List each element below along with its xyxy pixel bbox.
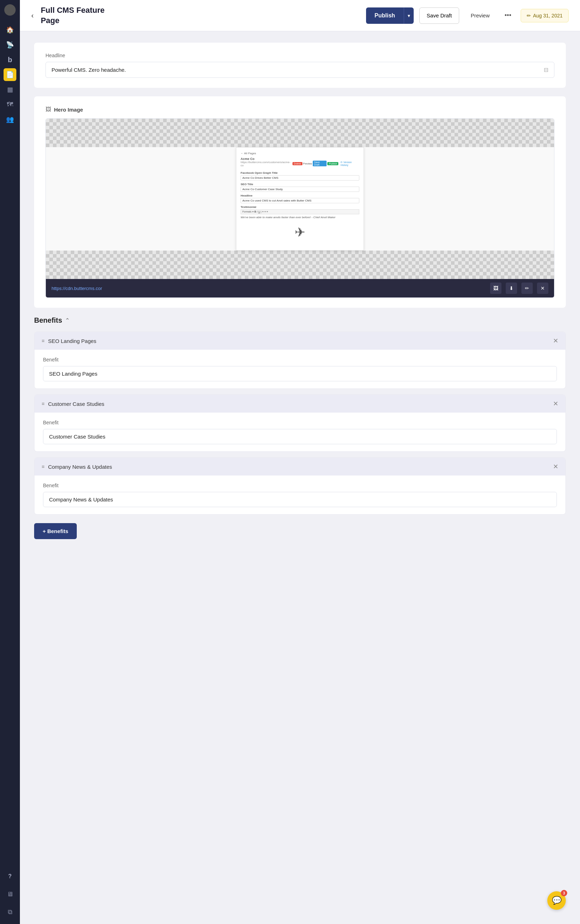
sidebar-icon-b[interactable]: b [3, 53, 16, 66]
hero-image-label: Hero Image [54, 107, 83, 113]
delete-tag: Delete [292, 162, 302, 165]
hero-image-header: 🖼 Hero Image [46, 106, 554, 113]
headline-card: Headline Powerful CMS. Zero headache. ⊟ [34, 43, 566, 88]
preview-url: https://buttercms.com/customers/acme-co [241, 161, 292, 167]
sidebar-icon-home[interactable]: 🏠 [3, 23, 16, 36]
og-title-field: Facebook Open Graph Title Acme Co Drives… [241, 171, 359, 181]
benefits-header: Benefits ⌃ [34, 316, 566, 324]
benefit-item-3-close[interactable]: ✕ [553, 463, 558, 471]
pencil-icon: ✏ [527, 13, 531, 18]
sidebar-icon-display[interactable]: 🖥 [3, 888, 16, 901]
image-remove-button[interactable]: ✕ [537, 283, 549, 294]
avatar[interactable] [4, 4, 16, 16]
main-content: ‹ Full CMS Feature Page Publish ▾ Save D… [20, 0, 580, 924]
benefit-item-3-header: ≡ Company News & Updates ✕ [35, 458, 565, 476]
date-button[interactable]: ✏ Aug 31, 2021 [521, 9, 568, 22]
benefit-item-2-title: Customer Case Studies [48, 401, 549, 407]
benefit-item-3: ≡ Company News & Updates ✕ Benefit [34, 457, 566, 515]
benefits-toggle-icon[interactable]: ⌃ [65, 317, 70, 324]
hero-image-card: 🖼 Hero Image ← All Pages Acme Co [34, 96, 566, 308]
checkerboard-bottom [46, 250, 554, 279]
more-options-button[interactable]: ••• [501, 7, 515, 23]
image-gallery-button[interactable]: 🖼 [490, 283, 501, 294]
benefit-item-2-label: Benefit [43, 420, 557, 425]
drag-handle-icon: ≡ [41, 401, 44, 407]
all-pages-link: ← All Pages [241, 152, 256, 155]
sidebar-icon-pages[interactable]: 📄 [3, 68, 16, 81]
checkerboard-top [46, 119, 554, 147]
preview-page-title: Acme Co [241, 157, 292, 161]
image-icon: 🖼 [46, 106, 51, 113]
benefit-item-2-input[interactable] [43, 429, 557, 444]
save-draft-tag: Save Draft [313, 161, 327, 166]
benefit-item-2-header: ≡ Customer Case Studies ✕ [35, 395, 565, 413]
date-label: Aug 31, 2021 [533, 13, 563, 18]
image-preview: ← All Pages Acme Co https://buttercms.co… [46, 147, 554, 250]
topbar: ‹ Full CMS Feature Page Publish ▾ Save D… [20, 0, 580, 31]
rich-text-icon: ⊟ [544, 66, 549, 73]
drag-handle-icon: ≡ [41, 338, 44, 344]
drag-handle-icon: ≡ [41, 464, 44, 469]
headline-input[interactable]: Powerful CMS. Zero headache. ⊟ [46, 62, 554, 78]
headline-label: Headline [46, 53, 554, 58]
benefit-item-1-close[interactable]: ✕ [553, 337, 558, 345]
benefit-item-1: ≡ SEO Landing Pages ✕ Benefit [34, 331, 566, 389]
publish-tag: Publish [327, 162, 338, 165]
sidebar-icon-layers[interactable]: ⧉ [3, 906, 16, 918]
benefits-section: Benefits ⌃ ≡ SEO Landing Pages ✕ Benefit… [34, 316, 566, 539]
benefit-item-3-title: Company News & Updates [48, 464, 549, 470]
benefit-item-1-label: Benefit [43, 357, 557, 362]
preview-button[interactable]: Preview [465, 7, 495, 24]
publish-button[interactable]: Publish [366, 7, 404, 24]
sidebar-icon-users[interactable]: 👥 [3, 113, 16, 126]
benefits-title: Benefits [34, 316, 62, 324]
benefit-item-2: ≡ Customer Case Studies ✕ Benefit [34, 394, 566, 452]
image-download-button[interactable]: ⬇ [506, 283, 517, 294]
sidebar-icon-feed[interactable]: 📡 [3, 38, 16, 51]
add-benefits-button[interactable]: + Benefits [34, 523, 77, 539]
chat-badge: 3 [561, 890, 567, 896]
save-draft-button[interactable]: Save Draft [419, 7, 460, 24]
benefit-item-1-body: Benefit [35, 350, 565, 389]
publish-dropdown-button[interactable]: ▾ [404, 7, 414, 24]
page-title: Full CMS Feature Page [41, 5, 360, 26]
content-area: Headline Powerful CMS. Zero headache. ⊟ … [20, 31, 580, 924]
preview-tag: Preview [303, 162, 312, 165]
benefit-item-1-input[interactable] [43, 366, 557, 381]
image-container: ← All Pages Acme Co https://buttercms.co… [46, 119, 554, 298]
benefit-item-2-close[interactable]: ✕ [553, 400, 558, 408]
sidebar-icon-map[interactable]: 🗺 [3, 98, 16, 111]
image-url-bar: https://cdn.buttercms.cor 🖼 ⬇ ✏ ✕ [46, 279, 554, 298]
publish-button-group: Publish ▾ [366, 7, 414, 24]
version-history: ⟳ Version History [341, 161, 359, 166]
benefit-item-3-input[interactable] [43, 492, 557, 507]
chat-icon: 💬 [552, 896, 562, 905]
seo-title-field: SEO Title Acme Co Customer Case Study [241, 183, 359, 192]
benefit-item-3-label: Benefit [43, 483, 557, 488]
chat-widget[interactable]: 💬 3 [547, 891, 566, 910]
testimonial-field: Testimonial Formats ▾ B I U | ≡ ≡ ≡ [241, 206, 359, 219]
back-button[interactable]: ‹ [31, 12, 34, 20]
image-edit-button[interactable]: ✏ [521, 283, 533, 294]
sidebar: 🏠 📡 b 📄 ▦ 🗺 👥 ? 🖥 ⧉ [0, 0, 20, 924]
preview-nav: ← All Pages [241, 152, 359, 155]
benefit-item-1-title: SEO Landing Pages [48, 338, 549, 344]
benefit-item-1-header: ≡ SEO Landing Pages ✕ [35, 332, 565, 350]
testimonial-text: We've been able to make anvils faster th… [241, 216, 359, 219]
image-url-text: https://cdn.buttercms.cor [51, 286, 486, 291]
benefit-item-2-body: Benefit [35, 413, 565, 451]
plane-image: ✈ [286, 222, 314, 243]
preview-document: ← All Pages Acme Co https://buttercms.co… [236, 147, 364, 250]
benefit-item-3-body: Benefit [35, 476, 565, 514]
toolbar: Formats ▾ B I U | ≡ ≡ ≡ [241, 209, 359, 214]
headline-value: Powerful CMS. Zero headache. [51, 67, 126, 73]
sidebar-icon-grid[interactable]: ▦ [3, 83, 16, 96]
preview-headline-field: Headline Acme Co used CMS to cut Anvil s… [241, 194, 359, 203]
sidebar-icon-help[interactable]: ? [3, 870, 16, 883]
